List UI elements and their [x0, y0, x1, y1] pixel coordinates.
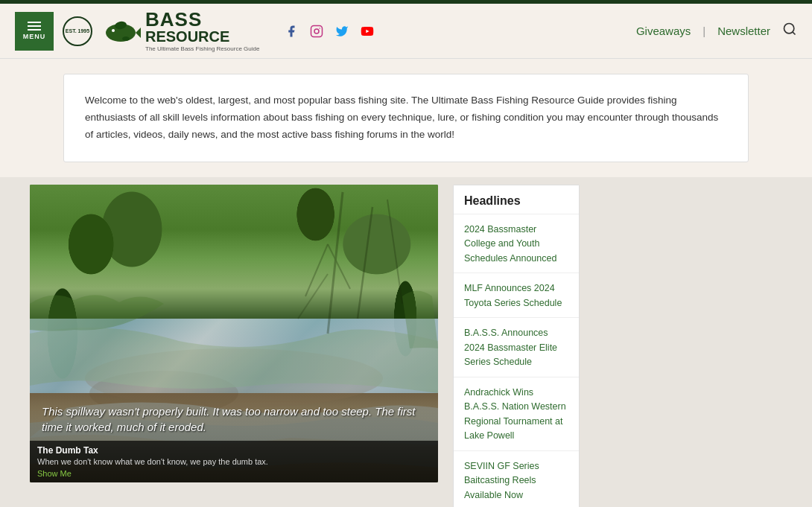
show-me-button[interactable]: Show Me: [37, 469, 431, 478]
social-icons: [283, 23, 375, 39]
headline-item-0[interactable]: 2024 Bassmaster College and Youth Schedu…: [454, 214, 579, 274]
facebook-icon[interactable]: [283, 23, 299, 39]
svg-point-6: [314, 29, 319, 34]
video-caption-text: This spillway wasn't properly built. It …: [42, 404, 426, 435]
headline-item-4[interactable]: SEVIIN GF Series Baitcasting Reels Avail…: [454, 451, 579, 507]
headline-link-3[interactable]: Andrachick Wins B.A.S.S. Nation Western …: [464, 387, 566, 441]
headline-link-0[interactable]: 2024 Bassmaster College and Youth Schedu…: [464, 224, 556, 264]
video-thumbnail: This spillway wasn't properly built. It …: [30, 185, 438, 482]
svg-line-15: [328, 244, 350, 289]
search-icon[interactable]: [782, 22, 797, 40]
svg-line-13: [328, 192, 343, 334]
main-content: This spillway wasn't properly built. It …: [0, 177, 812, 507]
header-left: MENU EST. 1995 BA: [15, 10, 375, 52]
header-right: Giveaways | Newsletter: [636, 22, 797, 40]
video-title: The Dumb Tax: [37, 445, 431, 456]
headlines-list: 2024 Bassmaster College and Youth Schedu…: [454, 214, 579, 507]
svg-marker-1: [136, 25, 141, 40]
headlines-title: Headlines: [454, 185, 579, 214]
logo-fish-icon: [100, 10, 141, 51]
headline-item-3[interactable]: Andrachick Wins B.A.S.S. Nation Western …: [454, 377, 579, 451]
video-overlay: This spillway wasn't properly built. It …: [30, 389, 438, 482]
logo-badge: EST. 1995: [63, 16, 92, 46]
svg-line-18: [387, 200, 402, 304]
logo-resource-text: RESOURCE: [145, 29, 259, 44]
twitter-icon[interactable]: [334, 23, 350, 39]
svg-point-9: [784, 24, 794, 34]
video-player[interactable]: This spillway wasn't properly built. It …: [30, 185, 438, 482]
svg-point-2: [112, 29, 115, 32]
svg-point-7: [320, 28, 321, 29]
svg-rect-5: [311, 25, 323, 36]
svg-point-4: [122, 36, 130, 41]
nav-divider: |: [702, 25, 705, 37]
menu-label: MENU: [23, 33, 46, 40]
headline-link-1[interactable]: MLF Announces 2024 Toyota Series Schedul…: [464, 283, 562, 308]
welcome-text: Welcome to the web's oldest, largest, an…: [85, 92, 727, 144]
svg-line-10: [793, 32, 796, 35]
menu-button[interactable]: MENU: [15, 12, 54, 51]
svg-line-14: [305, 244, 328, 296]
giveaways-link[interactable]: Giveaways: [636, 25, 691, 37]
logo-bass-text: BASS: [145, 10, 259, 29]
logo[interactable]: EST. 1995 BASS RESOURCE The Ultimate Ba: [63, 10, 259, 52]
hamburger-icon: [28, 22, 41, 31]
welcome-section: Welcome to the web's oldest, largest, an…: [0, 59, 812, 177]
svg-line-17: [358, 207, 372, 319]
headline-item-1[interactable]: MLF Announces 2024 Toyota Series Schedul…: [454, 273, 579, 318]
video-info-bar: The Dumb Tax When we don't know what we …: [30, 441, 438, 482]
logo-text: BASS RESOURCE The Ultimate Bass Fishing …: [145, 10, 259, 52]
newsletter-link[interactable]: Newsletter: [717, 25, 770, 37]
headline-link-2[interactable]: B.A.S.S. Announces 2024 Bassmaster Elite…: [464, 328, 557, 367]
headline-item-2[interactable]: B.A.S.S. Announces 2024 Bassmaster Elite…: [454, 318, 579, 377]
youtube-icon[interactable]: [359, 23, 375, 39]
instagram-icon[interactable]: [308, 23, 325, 39]
header: MENU EST. 1995 BA: [0, 4, 812, 59]
headline-link-4[interactable]: SEVIIN GF Series Baitcasting Reels Avail…: [464, 461, 539, 500]
headlines-sidebar: Headlines 2024 Bassmaster College and Yo…: [453, 185, 580, 507]
logo-tagline-text: The Ultimate Bass Fishing Resource Guide: [145, 45, 259, 52]
video-subtitle: When we don't know what we don't know, w…: [37, 457, 431, 466]
welcome-box: Welcome to the web's oldest, largest, an…: [63, 74, 749, 162]
